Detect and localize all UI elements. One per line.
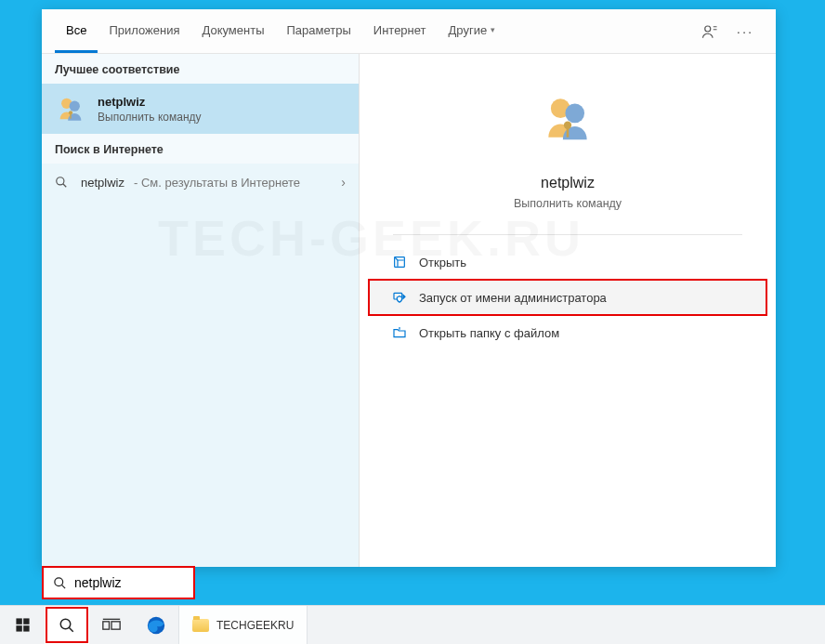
chevron-right-icon: › <box>341 175 346 190</box>
search-input[interactable] <box>74 575 237 590</box>
svg-point-2 <box>70 101 80 112</box>
taskbar-app-label: TECHGEEKRU <box>216 619 294 632</box>
web-search-suffix: - См. результаты в Интернете <box>134 176 300 190</box>
tab-more-label: Другие <box>449 23 488 37</box>
svg-point-0 <box>705 26 711 32</box>
search-input-box[interactable] <box>42 566 195 599</box>
search-icon <box>53 576 67 590</box>
web-search-term: netplwiz <box>81 176 124 190</box>
edge-browser-button[interactable] <box>134 606 178 644</box>
action-open-label: Открыть <box>419 256 466 269</box>
svg-rect-9 <box>567 125 570 138</box>
chevron-down-icon: ▾ <box>491 25 495 34</box>
users-keys-icon <box>539 89 596 147</box>
action-open-location[interactable]: Открыть папку с файлом <box>369 315 766 350</box>
task-view-button[interactable] <box>89 606 134 644</box>
action-run-as-admin-label: Запуск от имени администратора <box>419 291 607 305</box>
search-tabs: Все Приложения Документы Параметры Интер… <box>42 9 776 54</box>
preview-subtitle: Выполнить команду <box>514 197 622 210</box>
svg-point-12 <box>55 577 63 585</box>
tab-apps[interactable]: Приложения <box>98 9 190 53</box>
search-panel: Все Приложения Документы Параметры Интер… <box>42 9 776 567</box>
folder-icon <box>192 619 209 632</box>
action-open[interactable]: Открыть <box>369 244 766 280</box>
svg-rect-15 <box>16 625 21 631</box>
search-icon <box>55 176 72 189</box>
tab-all[interactable]: Все <box>55 9 98 53</box>
best-match-header: Лучшее соответствие <box>42 54 359 84</box>
shield-admin-icon <box>391 289 408 306</box>
best-match-item[interactable]: netplwiz Выполнить команду <box>42 84 359 134</box>
svg-rect-19 <box>111 621 120 628</box>
svg-rect-4 <box>70 112 71 118</box>
web-search-item[interactable]: netplwiz - См. результаты в Интернете › <box>42 164 359 201</box>
taskbar: TECHGEEKRU <box>0 605 825 644</box>
best-match-subtitle: Выполнить команду <box>98 111 202 124</box>
tab-internet[interactable]: Интернет <box>362 9 438 53</box>
svg-rect-13 <box>16 618 21 624</box>
results-list: Лучшее соответствие netplwiz Выполнить к… <box>42 54 360 567</box>
users-keys-icon <box>55 93 86 125</box>
divider <box>393 234 743 235</box>
folder-location-icon <box>391 324 408 341</box>
feedback-icon[interactable] <box>692 9 727 53</box>
action-run-as-admin[interactable]: Запуск от имени администратора <box>369 280 766 315</box>
tab-more[interactable]: Другие ▾ <box>438 9 507 53</box>
svg-rect-16 <box>23 625 29 631</box>
tab-settings[interactable]: Параметры <box>275 9 361 53</box>
start-button[interactable] <box>0 606 45 644</box>
more-options-icon[interactable]: ··· <box>727 9 763 53</box>
open-icon <box>391 254 408 270</box>
svg-point-17 <box>60 619 71 629</box>
svg-point-7 <box>565 104 584 124</box>
taskbar-search-button[interactable] <box>45 606 89 644</box>
taskbar-app-explorer[interactable]: TECHGEEKRU <box>178 606 308 644</box>
action-open-location-label: Открыть папку с файлом <box>419 326 559 340</box>
svg-rect-14 <box>23 618 29 624</box>
tab-docs[interactable]: Документы <box>190 9 275 53</box>
web-search-header: Поиск в Интернете <box>42 134 359 164</box>
svg-point-5 <box>57 177 64 185</box>
best-match-title: netplwiz <box>98 95 202 109</box>
preview-actions: Открыть Запуск от имени администратора О… <box>369 244 766 350</box>
preview-title: netplwiz <box>541 175 595 191</box>
svg-rect-18 <box>103 621 110 628</box>
preview-pane: netplwiz Выполнить команду Открыть Запус… <box>360 54 776 567</box>
